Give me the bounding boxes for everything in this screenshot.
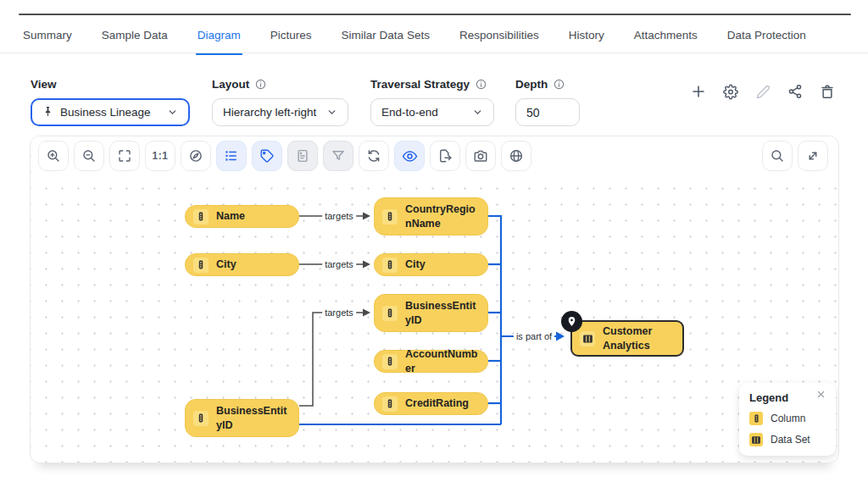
canvas-toolbar: 1:1 [38,141,531,171]
edge-label-targets: targets [322,259,356,269]
chevron-down-icon [472,107,483,118]
fit-screen-button[interactable] [109,141,140,171]
info-icon[interactable] [554,79,565,90]
top-divider [19,14,851,15]
chevron-down-icon [326,107,337,118]
node-label: Name [216,209,245,223]
close-icon[interactable] [816,390,826,399]
node-column-businessentityid-source[interactable]: BusinessEntityID [185,399,299,437]
actual-size-button[interactable]: 1:1 [145,141,175,171]
data-set-icon [749,433,763,446]
tag-button[interactable] [252,141,282,171]
layout-value: Hierarchy left-right [223,106,316,119]
search-button[interactable] [762,141,793,171]
zoom-in-button[interactable] [38,141,69,171]
node-label: CountryRegionName [405,202,481,230]
node-label: City [216,258,236,271]
legend-title: Legend [749,391,788,404]
settings-button[interactable] [723,84,738,99]
depth-control: Depth [515,78,580,126]
column-icon [749,412,763,425]
tab-bar-divider [0,53,868,53]
column-icon [382,209,398,224]
edge-label-targets: targets [322,307,356,318]
tab-diagram[interactable]: Diagram [196,24,242,55]
legend-item-data-set: Data Set [749,433,826,446]
refresh-button[interactable] [359,141,389,171]
edge-label-targets: targets [322,211,356,221]
view-label: View [31,78,190,91]
zoom-out-button[interactable] [74,141,104,171]
tab-history[interactable]: History [567,24,606,55]
legend-panel: Legend Column Data Set [739,383,836,456]
tab-similar-data-sets[interactable]: Similar Data Sets [340,24,431,55]
chevron-down-icon [167,107,178,118]
tab-sample-data[interactable]: Sample Data [100,24,170,55]
node-column-businessentityid-target[interactable]: BusinessEntityID [374,294,488,332]
depth-input[interactable] [515,98,580,126]
camera-button[interactable] [465,141,496,171]
visibility-button[interactable] [394,141,425,171]
tab-pictures[interactable]: Pictures [269,24,314,55]
traversal-value: End-to-end [381,106,438,119]
tab-summary[interactable]: Summary [21,24,74,55]
info-icon[interactable] [476,79,487,90]
traversal-select[interactable]: End-to-end [370,98,494,126]
canvas-toolbar-right [762,141,828,171]
delete-button[interactable] [820,84,835,99]
tab-attachments[interactable]: Attachments [632,24,699,55]
depth-label: Depth [515,78,580,91]
column-icon [382,258,398,273]
node-column-creditrating[interactable]: CreditRating [374,392,488,415]
export-button[interactable] [430,141,460,171]
info-icon[interactable] [255,79,266,90]
tab-data-protection[interactable]: Data Protection [726,24,808,55]
node-column-countryregionname[interactable]: CountryRegionName [374,197,488,235]
share-button[interactable] [787,84,803,99]
page-actions [691,84,835,99]
layout-select[interactable]: Hierarchy left-right [212,98,348,126]
diagram-canvas[interactable]: targets targets targets is part of Name … [30,136,839,463]
view-value: Business Lineage [60,106,151,119]
view-select[interactable]: Business Lineage [31,98,190,126]
column-icon [382,396,398,412]
traversal-label: Traversal Strategy [370,78,494,91]
column-icon [193,411,209,426]
column-icon [193,258,209,273]
node-column-city-source[interactable]: City [185,253,299,276]
tab-responsibilities[interactable]: Responsibilities [458,24,541,55]
node-label: AccountNumber [405,347,481,375]
node-label: BusinessEntityID [216,404,292,432]
legend-item-column: Column [749,412,826,425]
add-button[interactable] [691,84,706,99]
node-label: BusinessEntityID [405,299,481,327]
edit-button[interactable] [755,84,771,99]
node-label: CreditRating [405,396,469,410]
data-set-icon [580,331,595,346]
view-control: View Business Lineage [31,78,190,126]
layout-control: Layout Hierarchy left-right [212,78,348,126]
node-label: Customer Analytics [603,324,676,352]
traversal-control: Traversal Strategy End-to-end [370,78,494,126]
node-column-city-target[interactable]: City [374,253,488,276]
node-column-accountnumber[interactable]: AccountNumber [374,350,488,373]
node-column-name[interactable]: Name [185,205,299,228]
globe-button[interactable] [501,141,531,171]
tab-bar: Summary Sample Data Diagram Pictures Sim… [21,24,808,55]
expand-button[interactable] [798,141,828,171]
edge-label-is-part-of: is part of [514,331,554,341]
node-label: City [405,258,426,271]
node-dataset-customer-analytics[interactable]: Customer Analytics [570,320,684,357]
filter-button [323,141,353,171]
column-icon [382,306,398,321]
column-icon [193,209,209,224]
layout-label: Layout [212,78,348,91]
column-icon [382,354,398,369]
location-pin-icon [561,311,582,332]
compass-icon[interactable] [181,141,211,171]
report-button [287,141,318,171]
diagram-page: Summary Sample Data Diagram Pictures Sim… [0,0,868,482]
list-view-button[interactable] [216,141,247,171]
pushpin-icon [42,106,53,119]
